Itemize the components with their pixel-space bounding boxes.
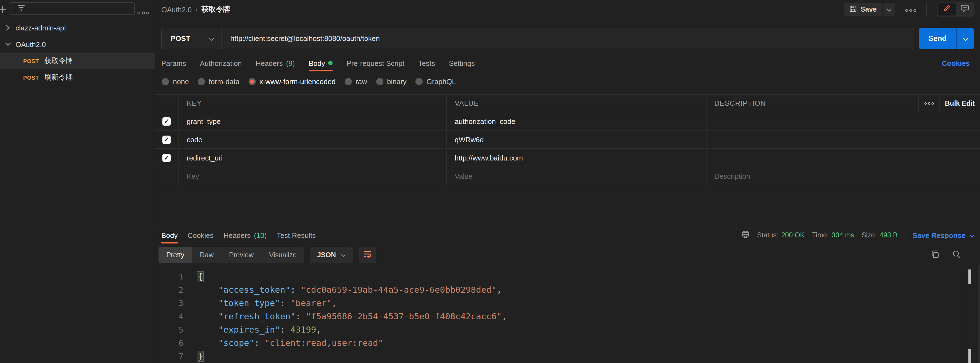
tab-params[interactable]: Params (161, 55, 186, 71)
view-mode-segmented-control: Pretty Raw Preview Visualize (159, 247, 304, 264)
param-description[interactable] (706, 112, 980, 130)
param-description[interactable] (706, 149, 980, 166)
url-input[interactable]: http://client:secret@localhost:8080/oaut… (221, 28, 914, 49)
save-label: Save (861, 6, 877, 13)
time-badge: Time:304 ms (812, 231, 854, 239)
view-pretty[interactable]: Pretty (159, 247, 192, 264)
tab-label: Headers (256, 59, 283, 67)
json-token: "access_token" (218, 285, 290, 295)
response-meta: Status:200 OK Time:304 ms Size:493 B Sav… (741, 229, 974, 242)
sidebar-item-request[interactable]: POST 刷新令牌 (0, 69, 155, 86)
param-description[interactable] (706, 131, 980, 148)
edit-mode-button[interactable] (938, 3, 956, 16)
save-response-button[interactable]: Save Response (913, 231, 974, 239)
mode-binary[interactable]: binary (376, 77, 407, 85)
json-token: : (296, 312, 306, 321)
line-number: 7 (155, 352, 183, 361)
mode-x-www-form-urlencoded[interactable]: x-www-form-urlencoded (248, 77, 336, 85)
view-visualize[interactable]: Visualize (261, 247, 304, 264)
code-line: 3 "token_type": "bearer", (155, 297, 966, 310)
json-token: "token_type" (218, 298, 280, 308)
divider (905, 231, 905, 240)
param-description-placeholder[interactable]: Description (706, 167, 980, 185)
status-label: Status: (757, 231, 779, 239)
sidebar-more-options-icon[interactable] (137, 7, 150, 17)
size-value: 493 B (880, 231, 897, 239)
view-preview[interactable]: Preview (221, 247, 261, 264)
tab-label: Cookies (188, 231, 213, 239)
breadcrumb-parent[interactable]: OAuth2.0 (161, 5, 192, 14)
table-row: ✓ grant_type authorization_code (155, 112, 980, 131)
globe-icon[interactable] (741, 230, 750, 240)
checkbox-checked[interactable]: ✓ (162, 135, 171, 144)
tab-headers[interactable]: Headers(9) (256, 55, 295, 71)
param-key[interactable]: redirect_uri (179, 149, 447, 166)
new-collection-plus-icon[interactable] (0, 6, 6, 16)
folder-name: OAuth2.0 (16, 40, 46, 48)
copy-icon[interactable] (931, 250, 939, 261)
mode-none[interactable]: none (162, 77, 189, 85)
table-more-options-icon[interactable] (918, 94, 939, 112)
checkbox-checked[interactable]: ✓ (162, 117, 171, 125)
mode-raw[interactable]: raw (344, 77, 367, 85)
wrap-text-button[interactable] (358, 247, 376, 264)
response-tab-cookies[interactable]: Cookies (188, 227, 213, 243)
scrollbar-gutter (978, 265, 980, 363)
tab-tests[interactable]: Tests (418, 55, 435, 71)
param-key[interactable]: grant_type (179, 112, 447, 130)
divider (926, 3, 927, 16)
json-token: , (316, 325, 321, 335)
sidebar-item-request-selected[interactable]: POST 获取令牌 (0, 53, 155, 69)
filter-icon (17, 3, 25, 14)
bulk-edit-button[interactable]: Bulk Edit (939, 94, 980, 112)
request-more-options-icon[interactable] (905, 5, 916, 14)
view-raw[interactable]: Raw (192, 247, 221, 264)
save-button[interactable]: Save (843, 3, 882, 16)
send-button[interactable]: Send (919, 28, 956, 49)
tab-pre-request-script[interactable]: Pre-request Script (347, 55, 405, 71)
code-scrollbar-thumb[interactable] (969, 269, 971, 284)
sidebar-item-folder[interactable]: OAuth2.0 (0, 36, 155, 53)
json-token: { (197, 272, 204, 281)
send-label: Send (928, 34, 947, 43)
response-body-json[interactable]: 1 { 2 "access_token": "cdc0a659-19ab-44a… (155, 270, 966, 363)
param-value[interactable]: authorization_code (447, 112, 706, 130)
request-name: 获取令牌 (44, 56, 73, 66)
response-tab-body[interactable]: Body (161, 227, 178, 243)
language-select[interactable]: JSON (310, 247, 353, 264)
tab-settings[interactable]: Settings (449, 55, 475, 71)
save-options-button[interactable] (883, 3, 895, 16)
mode-form-data[interactable]: form-data (198, 77, 239, 85)
json-token: : (280, 325, 290, 335)
response-tab-headers[interactable]: Headers(10) (223, 227, 267, 243)
radio-selected-icon (248, 78, 256, 85)
tab-authorization[interactable]: Authorization (200, 55, 242, 71)
param-value[interactable]: http://www.baidu.com (447, 149, 706, 166)
chevron-right-icon (4, 24, 11, 31)
panel-scrollbar-thumb[interactable] (969, 349, 971, 363)
send-options-button[interactable] (956, 28, 974, 49)
param-key[interactable]: code (179, 131, 447, 148)
param-key-placeholder[interactable]: Key (179, 167, 447, 185)
status-badge: Status:200 OK (757, 231, 805, 239)
checkbox-checked[interactable]: ✓ (162, 154, 171, 162)
line-number: 6 (155, 339, 183, 347)
radio-icon (162, 78, 169, 85)
cookies-label: Cookies (942, 59, 970, 67)
comments-button[interactable] (956, 3, 974, 16)
tab-body[interactable]: Body (309, 55, 332, 71)
sidebar-item-collection[interactable]: clazz-admin-api (0, 19, 155, 36)
response-tab-test-results[interactable]: Test Results (277, 227, 316, 243)
json-token: : (280, 298, 290, 308)
search-icon[interactable] (952, 250, 961, 261)
param-value[interactable]: qWRw6d (447, 131, 706, 148)
param-value-placeholder[interactable]: Value (447, 167, 706, 185)
radio-icon (344, 78, 352, 85)
mode-label: x-www-form-urlencoded (259, 77, 336, 85)
mode-graphql[interactable]: GraphQL (415, 77, 456, 85)
method-select[interactable]: POST (162, 28, 221, 49)
cookies-link[interactable]: Cookies (942, 55, 970, 71)
radio-icon (376, 78, 383, 85)
sidebar-filter-input[interactable] (9, 2, 135, 15)
tab-label: Test Results (277, 231, 316, 239)
